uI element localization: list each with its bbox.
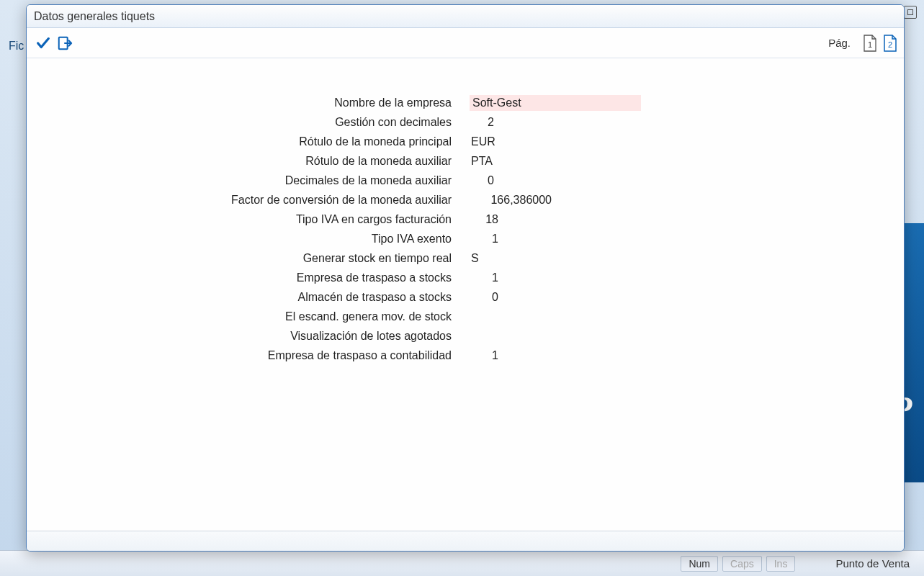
dialog-body: Nombre de la empresa Soft-Gest Gestión c… bbox=[27, 58, 904, 531]
status-bar: Num Caps Ins Punto de Venta bbox=[0, 550, 924, 576]
accept-button[interactable] bbox=[32, 32, 54, 54]
page-icon: 1 bbox=[862, 34, 878, 53]
row-gestion-decimales: Gestión con decimales 2 bbox=[27, 112, 904, 132]
label-lotes-agotados: Visualización de lotes agotados bbox=[27, 330, 470, 343]
svg-text:2: 2 bbox=[888, 40, 892, 49]
label-gestion-decimales: Gestión con decimales bbox=[27, 116, 470, 129]
label-rotulo-principal: Rótulo de la moneda principal bbox=[27, 135, 470, 148]
dialog-datos-generales: Datos generales tiquets Pág. 1 bbox=[26, 4, 905, 552]
row-rotulo-principal: Rótulo de la moneda principal EUR bbox=[27, 132, 904, 151]
row-stock-tiempo-real: Generar stock en tiempo real S bbox=[27, 248, 904, 268]
menu-item-fichero[interactable]: Fic bbox=[9, 40, 24, 53]
dialog-title: Datos generales tiquets bbox=[34, 10, 155, 23]
row-nombre-empresa: Nombre de la empresa Soft-Gest bbox=[27, 93, 904, 112]
label-nombre-empresa: Nombre de la empresa bbox=[27, 96, 470, 109]
label-escand-genera-mov: El escand. genera mov. de stock bbox=[27, 310, 470, 323]
value-gestion-decimales[interactable]: 2 bbox=[470, 114, 498, 130]
row-empresa-traspaso-contabilidad: Empresa de traspaso a contabilidad 1 bbox=[27, 346, 904, 365]
value-almacen-traspaso-stocks[interactable]: 0 bbox=[470, 289, 503, 305]
row-tipo-iva-cargos: Tipo IVA en cargos facturación 18 bbox=[27, 210, 904, 229]
page-1-button[interactable]: 1 bbox=[862, 34, 878, 53]
page-icon: 2 bbox=[882, 34, 898, 53]
value-decimales-auxiliar[interactable]: 0 bbox=[470, 173, 498, 189]
value-empresa-traspaso-stocks[interactable]: 1 bbox=[470, 270, 503, 286]
label-decimales-auxiliar: Decimales de la moneda auxiliar bbox=[27, 174, 470, 187]
check-icon bbox=[35, 35, 51, 51]
row-rotulo-auxiliar: Rótulo de la moneda auxiliar PTA bbox=[27, 151, 904, 171]
row-empresa-traspaso-stocks: Empresa de traspaso a stocks 1 bbox=[27, 268, 904, 287]
dialog-titlebar[interactable]: Datos generales tiquets bbox=[27, 5, 904, 28]
label-tipo-iva-exento: Tipo IVA exento bbox=[27, 233, 470, 246]
value-nombre-empresa[interactable]: Soft-Gest bbox=[470, 95, 641, 111]
row-almacen-traspaso-stocks: Almacén de traspaso a stocks 0 bbox=[27, 287, 904, 307]
restore-icon[interactable] bbox=[904, 6, 917, 19]
row-escand-genera-mov: El escand. genera mov. de stock bbox=[27, 307, 904, 326]
label-tipo-iva-cargos: Tipo IVA en cargos facturación bbox=[27, 213, 470, 226]
dialog-toolbar: Pág. 1 2 bbox=[27, 28, 904, 58]
row-lotes-agotados: Visualización de lotes agotados bbox=[27, 326, 904, 346]
page-label: Pág. bbox=[828, 37, 851, 49]
value-escand-genera-mov[interactable] bbox=[470, 309, 491, 325]
svg-text:1: 1 bbox=[868, 40, 872, 49]
value-stock-tiempo-real[interactable]: S bbox=[470, 251, 491, 266]
label-factor-conversion: Factor de conversión de la moneda auxili… bbox=[27, 194, 470, 207]
label-almacen-traspaso-stocks: Almacén de traspaso a stocks bbox=[27, 291, 470, 304]
status-ins: Ins bbox=[766, 556, 796, 572]
row-factor-conversion: Factor de conversión de la moneda auxili… bbox=[27, 190, 904, 210]
exit-button[interactable] bbox=[54, 32, 76, 54]
label-rotulo-auxiliar: Rótulo de la moneda auxiliar bbox=[27, 155, 470, 168]
value-factor-conversion[interactable]: 166,386000 bbox=[470, 192, 556, 208]
dialog-footer bbox=[27, 531, 904, 551]
status-num: Num bbox=[681, 556, 718, 572]
label-empresa-traspaso-contabilidad: Empresa de traspaso a contabilidad bbox=[27, 349, 470, 362]
value-tipo-iva-exento[interactable]: 1 bbox=[470, 231, 503, 247]
value-lotes-agotados[interactable] bbox=[470, 328, 491, 344]
status-module: Punto de Venta bbox=[835, 557, 910, 570]
value-rotulo-auxiliar[interactable]: PTA bbox=[470, 153, 513, 169]
label-empresa-traspaso-stocks: Empresa de traspaso a stocks bbox=[27, 271, 470, 284]
value-empresa-traspaso-contabilidad[interactable]: 1 bbox=[470, 348, 503, 364]
page-2-button[interactable]: 2 bbox=[882, 34, 898, 53]
value-rotulo-principal[interactable]: EUR bbox=[470, 134, 513, 150]
row-tipo-iva-exento: Tipo IVA exento 1 bbox=[27, 229, 904, 248]
exit-icon bbox=[57, 35, 73, 51]
label-stock-tiempo-real: Generar stock en tiempo real bbox=[27, 252, 470, 265]
row-decimales-auxiliar: Decimales de la moneda auxiliar 0 bbox=[27, 171, 904, 190]
value-tipo-iva-cargos[interactable]: 18 bbox=[470, 212, 503, 228]
status-caps: Caps bbox=[722, 556, 762, 572]
